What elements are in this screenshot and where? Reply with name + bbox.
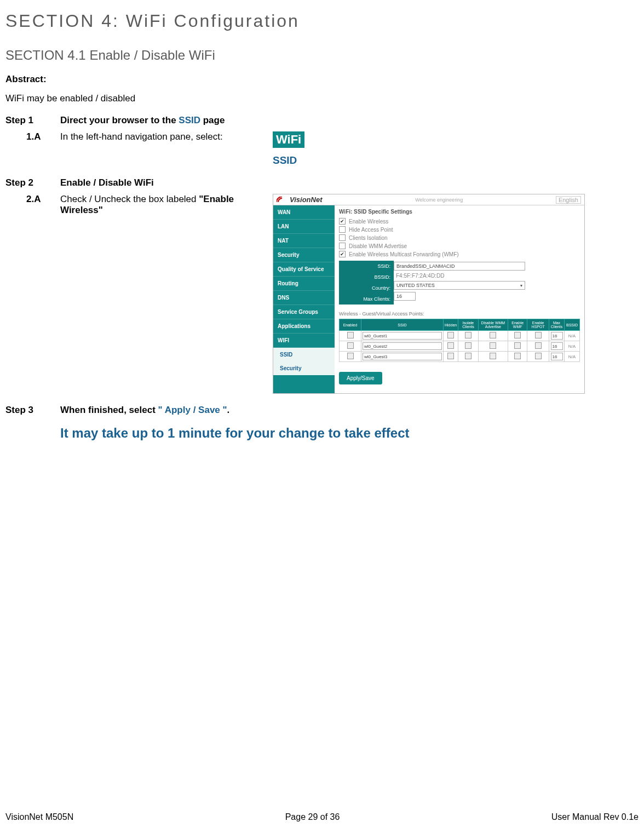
maxclients-field-label: Max Clients: xyxy=(339,294,394,305)
main-panel: WiFi: SSID Specific Settings Enable Wire… xyxy=(335,205,584,393)
vap-table: Enabled SSID Hidden Isolate Clients Disa… xyxy=(339,319,580,362)
enable-wireless-checkbox[interactable] xyxy=(339,218,346,225)
row3-wmf-checkbox[interactable] xyxy=(514,353,521,359)
clients-isolation-label: Clients Isolation xyxy=(349,235,388,241)
row1-wmm-checkbox[interactable] xyxy=(490,332,496,338)
step3-text: When finished, select " Apply / Save ". xyxy=(60,405,639,416)
step1-text-a: Direct your browser to the xyxy=(60,115,179,125)
step1a-label: 1.A xyxy=(26,131,60,166)
step2-label: Step 2 xyxy=(5,177,60,188)
subnav-ssid[interactable]: SSID xyxy=(273,348,335,361)
row3-hspot-checkbox[interactable] xyxy=(535,353,542,359)
step3-apply-link: " Apply / Save " xyxy=(158,405,227,415)
country-value: UNITED STATES xyxy=(396,283,435,288)
table-row: wl0_Guest2 16 N/A xyxy=(340,341,580,352)
step2a-label: 2.A xyxy=(26,194,60,394)
step3-label: Step 3 xyxy=(5,405,60,416)
subsection-title: SECTION 4.1 Enable / Disable WiFi xyxy=(5,48,639,63)
nav-nat[interactable]: NAT xyxy=(273,234,335,248)
row2-enabled-checkbox[interactable] xyxy=(347,342,354,349)
row2-max-input[interactable]: 16 xyxy=(551,342,563,350)
row2-isolate-checkbox[interactable] xyxy=(465,342,472,349)
nav-routing[interactable]: Routing xyxy=(273,277,335,291)
step3-text-b: . xyxy=(227,405,230,415)
maxclients-input[interactable]: 16 xyxy=(394,292,416,301)
nav-qos[interactable]: Quality of Service xyxy=(273,262,335,277)
row1-max-input[interactable]: 16 xyxy=(551,332,563,340)
disable-wmm-label: Disable WMM Advertise xyxy=(349,243,407,249)
clients-isolation-checkbox[interactable] xyxy=(339,234,346,241)
col-enabled: Enabled xyxy=(340,319,361,331)
disable-wmm-checkbox[interactable] xyxy=(339,243,346,249)
nav-wifi[interactable]: WIFI xyxy=(273,334,335,348)
nav-wan[interactable]: WAN xyxy=(273,205,335,220)
col-enable-wmf: Enable WMF xyxy=(508,319,527,331)
row1-bssid: N/A xyxy=(565,331,580,341)
row2-wmm-checkbox[interactable] xyxy=(490,342,496,349)
nav-security[interactable]: Security xyxy=(273,248,335,262)
row2-ssid-input[interactable]: wl0_Guest2 xyxy=(363,342,442,350)
country-select[interactable]: UNITED STATES xyxy=(394,281,525,290)
language-selector[interactable]: English xyxy=(556,196,581,204)
row2-bssid: N/A xyxy=(565,341,580,352)
ssid-input[interactable]: BrandedSSID_LANMACID xyxy=(394,262,525,271)
step1-text: Direct your browser to the SSID page xyxy=(60,115,639,126)
step3-text-a: When finished, select xyxy=(60,405,158,415)
enable-wireless-label: Enable Wireless xyxy=(349,219,388,225)
row3-enabled-checkbox[interactable] xyxy=(347,353,354,359)
table-row: wl0_Guest1 16 N/A xyxy=(340,331,580,341)
abstract-text: WiFi may be enabled / disabled xyxy=(5,93,639,104)
step1-text-b: page xyxy=(200,115,225,125)
row1-wmf-checkbox[interactable] xyxy=(514,332,521,338)
col-ssid: SSID xyxy=(361,319,444,331)
main-title: WiFi: SSID Specific Settings xyxy=(339,209,580,215)
step1-label: Step 1 xyxy=(5,115,60,126)
row3-isolate-checkbox[interactable] xyxy=(465,353,472,359)
row3-max-input[interactable]: 16 xyxy=(551,353,563,360)
vap-title: Wireless - Guest/Virtual Access Points: xyxy=(339,311,580,317)
step1a-text: In the left-hand navigation pane, select… xyxy=(60,131,268,166)
row3-ssid-input[interactable]: wl0_Guest3 xyxy=(363,353,442,360)
footer-mid: Page 29 of 36 xyxy=(285,812,340,822)
nav-service-groups[interactable]: Service Groups xyxy=(273,305,335,319)
ssid-field-label: SSID: xyxy=(339,261,394,272)
brand-text: VisionNet xyxy=(290,196,322,204)
row1-ssid-input[interactable]: wl0_Guest1 xyxy=(363,332,442,340)
brand-logo: VisionNet xyxy=(277,196,322,204)
country-field-label: Country: xyxy=(339,283,394,294)
row1-hspot-checkbox[interactable] xyxy=(535,332,542,338)
effect-note: It may take up to 1 minute for your chan… xyxy=(60,426,639,441)
hide-ap-checkbox[interactable] xyxy=(339,226,346,233)
col-hidden: Hidden xyxy=(444,319,458,331)
apply-save-button[interactable]: Apply/Save xyxy=(339,372,382,384)
row3-hidden-checkbox[interactable] xyxy=(447,353,454,359)
row2-wmf-checkbox[interactable] xyxy=(514,342,521,349)
abstract-label: Abstract: xyxy=(5,74,639,85)
bssid-field-label: BSSID: xyxy=(339,272,394,283)
row3-bssid: N/A xyxy=(565,352,580,362)
col-bssid: BSSID xyxy=(565,319,580,331)
enable-wmf-checkbox[interactable] xyxy=(339,251,346,257)
wifi-badge: WiFi xyxy=(273,131,304,148)
row2-hspot-checkbox[interactable] xyxy=(535,342,542,349)
nav-applications[interactable]: Applications xyxy=(273,319,335,334)
row1-isolate-checkbox[interactable] xyxy=(465,332,472,338)
subnav-security[interactable]: Security xyxy=(273,361,335,375)
col-isolate: Isolate Clients xyxy=(458,319,479,331)
section-title: SECTION 4: WiFi Configuration xyxy=(5,11,639,31)
col-disable-wmm: Disable WMM Advertise xyxy=(478,319,508,331)
col-max: Max Clients xyxy=(549,319,565,331)
step1-ssid-link: SSID xyxy=(179,115,200,125)
row3-wmm-checkbox[interactable] xyxy=(490,353,496,359)
nav-lan[interactable]: LAN xyxy=(273,220,335,234)
row2-hidden-checkbox[interactable] xyxy=(447,342,454,349)
row1-enabled-checkbox[interactable] xyxy=(347,332,354,338)
router-screenshot: VisionNet Welcome engineering English WA… xyxy=(273,194,585,394)
nav-dns[interactable]: DNS xyxy=(273,291,335,305)
bssid-value: F4:5F:F7:2A:4D:DD xyxy=(394,273,444,279)
table-row: wl0_Guest3 16 N/A xyxy=(340,352,580,362)
ssid-sub-label: SSID xyxy=(273,154,304,166)
footer-left: VisionNet M505N xyxy=(5,812,73,822)
welcome-text: Welcome engineering xyxy=(415,197,463,203)
row1-hidden-checkbox[interactable] xyxy=(447,332,454,338)
